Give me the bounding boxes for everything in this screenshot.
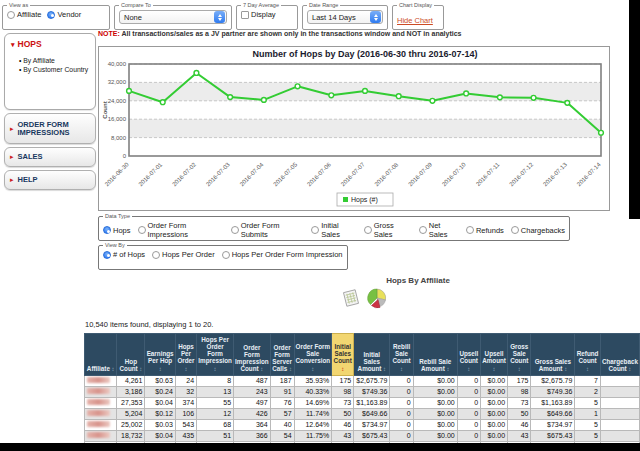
column-header-order-form-server-calls[interactable]: Order Form Server Calls ↕ [270,334,294,376]
date-range-select[interactable]: Last 14 Days [307,10,383,24]
sidebar-item-by-affiliate[interactable]: By Affiliate [19,57,89,64]
table-cell: 435 [175,431,196,442]
data-type-option-initial-sales[interactable]: Initial Sales [311,221,357,239]
svg-text:40,000: 40,000 [108,61,127,67]
radio-button-icon[interactable] [47,11,55,19]
svg-text:Count: Count [102,101,108,118]
sort-icon[interactable]: ↕ [159,366,162,372]
radio-button-icon[interactable] [364,226,372,234]
sidebar-item-order-form-impressions[interactable]: ▸ ORDER FORM IMPRESSIONS [4,113,96,144]
spreadsheet-icon[interactable] [342,288,360,308]
table-cell: $0.24 [145,387,175,398]
radio-button-icon[interactable] [7,11,15,19]
svg-text:2016-07-10: 2016-07-10 [441,161,467,187]
column-header-rebill-sale-count[interactable]: Rebill Sale Count ↕ [390,334,413,376]
sidebar-item-sales[interactable]: ▸ SALES [4,147,96,167]
pie-chart-icon[interactable] [366,287,388,309]
sort-icon[interactable]: ↕ [627,366,632,372]
radio-button-icon[interactable] [152,251,160,259]
data-type-option-order-form-submits[interactable]: Order Form Submits [231,221,305,239]
view-by-option-hops-per-order-form-impression[interactable]: Hops Per Order Form Impression [222,250,343,259]
sort-icon[interactable]: ↕ [185,366,188,372]
sort-icon[interactable]: ↕ [445,366,450,372]
column-header-affiliate[interactable]: Affiliate ↕ [85,334,117,376]
sort-icon[interactable]: ↕ [400,366,403,372]
column-header-refund-count[interactable]: Refund Count ↕ [575,334,600,376]
data-type-option-order-form-impressions[interactable]: Order Form Impressions [138,221,224,239]
sidebar-item-by-customer-country[interactable]: By Customer Country [19,66,89,73]
column-label: Upsell Count [459,350,478,364]
sidebar-item-hops[interactable]: ▾HOPS [11,39,89,49]
sort-icon[interactable]: ↕ [381,366,386,372]
compare-to-select[interactable]: None [119,10,227,24]
column-header-gross-sale-count[interactable]: Gross Sale Count ↕ [508,334,531,376]
radio-button-icon[interactable] [138,226,146,234]
data-type-option-chargebacks[interactable]: Chargebacks [511,226,565,235]
table-cell: 2 [575,387,600,398]
radio-button-icon[interactable] [466,226,474,234]
table-cell: 0 [390,398,413,409]
sort-icon[interactable]: ↕ [562,366,567,372]
redacted-affiliate-name [87,410,110,416]
column-header-upsell-amount[interactable]: Upsell Amount ↕ [481,334,508,376]
table-cell: $0.04 [145,398,175,409]
sort-icon[interactable]: ↕ [311,366,314,372]
sort-icon[interactable]: ↕ [586,366,589,372]
hide-chart-link[interactable]: Hide Chart [397,16,433,25]
column-header-hops-per-order-form-impression[interactable]: Hops Per Order Form Impression ↕ [197,334,234,376]
data-type-option-gross-sales[interactable]: Gross Sales [364,221,412,239]
column-header-order-form-sale-conversion[interactable]: Order Form Sale Conversion ↕ [294,334,332,376]
sort-icon[interactable]: ↕ [493,366,496,372]
svg-text:2016-07-13: 2016-07-13 [542,161,568,187]
view-as-option-affiliate[interactable]: Affiliate [7,10,41,19]
column-label: Affiliate [87,365,110,372]
data-type-option-refunds[interactable]: Refunds [466,226,504,235]
column-header-initial-sales-count[interactable]: Initial Sales Count ↕ [332,334,354,376]
sort-icon[interactable]: ↕ [287,366,292,372]
hops-sublist: By AffiliateBy Customer Country [19,57,89,73]
column-header-hop-count[interactable]: Hop Count ↕ [117,334,145,376]
sort-icon[interactable]: ↕ [214,366,217,372]
table-cell: 46 [332,420,354,431]
view-by-option-hops-per-order[interactable]: Hops Per Order [152,250,215,259]
sort-icon[interactable]: ↕ [138,366,143,372]
sort-icon[interactable]: ↕ [110,366,115,372]
table-cell: 35.93% [294,376,332,387]
column-header-chargeback-count[interactable]: Chargeback Count ↕ [600,334,639,376]
column-header-upsell-count[interactable]: Upsell Count ↕ [457,334,480,376]
sort-icon[interactable]: ↕ [518,366,521,372]
view-as-option-vendor[interactable]: Vendor [47,10,81,19]
sort-icon[interactable]: ↕ [259,366,264,372]
display-checkbox[interactable] [241,11,249,19]
table-cell: 543 [175,420,196,431]
table-row: 4,261$0.6324848718735.93%175$2,675.790$0… [85,376,640,387]
table-cell: $749.36 [531,387,575,398]
radio-button-icon[interactable] [103,251,111,259]
radio-button-icon[interactable] [419,226,427,234]
sidebar-item-help[interactable]: ▸ HELP [4,170,96,190]
column-header-earnings-per-hop[interactable]: Earnings Per Hop ↕ [145,334,175,376]
table-cell: 487 [234,376,271,387]
data-type-option-hops[interactable]: Hops [103,226,131,235]
column-header-hops-per-order[interactable]: Hops Per Order ↕ [175,334,196,376]
column-header-order-form-impression-count[interactable]: Order Form Impression Count ↕ [234,334,271,376]
radio-label: Vendor [57,10,81,19]
radio-button-icon[interactable] [222,251,230,259]
radio-button-icon[interactable] [231,226,239,234]
view-by-option--of-hops[interactable]: # of Hops [103,250,145,259]
data-type-option-net-sales[interactable]: Net Sales [419,221,459,239]
sort-icon[interactable]: ↕ [341,366,344,372]
table-cell: 40.33% [294,387,332,398]
radio-button-icon[interactable] [311,226,319,234]
column-header-initial-sales-amount[interactable]: Initial Sales Amount ↕ [354,334,390,376]
column-header-gross-sales-amount[interactable]: Gross Sales Amount ↕ [531,334,575,376]
table-cell: 426 [234,409,271,420]
radio-button-icon[interactable] [103,226,111,234]
table-cell: 98 [332,387,354,398]
hops-by-affiliate-table: Affiliate ↕Hop Count ↕Earnings Per Hop ↕… [84,333,640,451]
column-header-rebill-sale-amount[interactable]: Rebill Sale Amount ↕ [413,334,457,376]
radio-button-icon[interactable] [511,226,519,234]
table-cell: $0.00 [481,431,508,442]
sort-icon[interactable]: ↕ [467,366,470,372]
sidebar-item-label: ORDER FORM IMPRESSIONS [18,121,90,137]
